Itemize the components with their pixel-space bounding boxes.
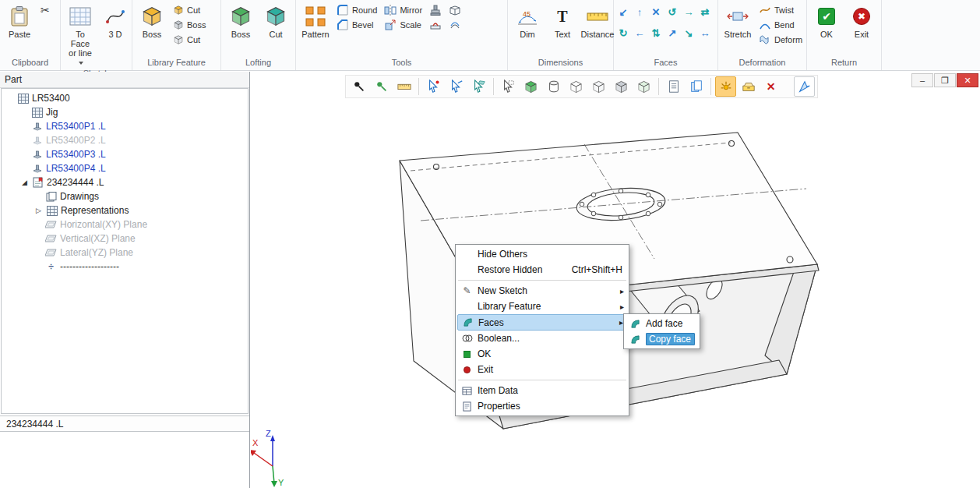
select-edge-icon[interactable]	[446, 76, 467, 97]
cube-green-icon[interactable]	[520, 76, 541, 97]
library-boss-button[interactable]: Boss	[136, 2, 168, 41]
imprint-button[interactable]	[427, 18, 444, 32]
menu-item-hide-others[interactable]: Hide Others	[457, 246, 627, 262]
close-button[interactable]: ✕	[957, 73, 978, 87]
library-cut-small-button[interactable]: Cut	[171, 33, 208, 47]
submenu-item-copy-face[interactable]: Copy face	[626, 331, 698, 347]
text-button[interactable]: T Text	[546, 2, 579, 41]
menu-item-item-data[interactable]: Item Data	[457, 383, 627, 398]
delete-red-icon[interactable]: ✕	[760, 76, 781, 97]
rotate-ccw-icon[interactable]: ↺	[664, 2, 680, 22]
exit-button[interactable]: ✖ Exit	[845, 2, 878, 41]
mirror-button[interactable]: Mirror	[382, 3, 425, 17]
sheet-icon[interactable]	[663, 76, 684, 97]
menu-item-faces[interactable]: Faces ▸	[457, 314, 627, 331]
maximize-button[interactable]: ❐	[934, 73, 956, 87]
tree-item-xy-plane[interactable]: Horizontal(XY) Plane	[2, 217, 248, 232]
box-green-edges-icon[interactable]	[633, 76, 654, 97]
ruler-icon[interactable]	[393, 76, 414, 97]
submenu-item-add-face[interactable]: Add face	[626, 316, 698, 331]
select-arrow-icon[interactable]	[423, 76, 444, 97]
bend-button[interactable]: Bend	[756, 18, 805, 32]
tree-item-root[interactable]: LR53400	[2, 91, 248, 105]
cut-button[interactable]: ✂	[38, 3, 52, 17]
tree-expanded-icon[interactable]: ◢	[20, 179, 29, 186]
round-button[interactable]: Round	[334, 3, 379, 17]
menu-item-properties[interactable]: Properties	[457, 398, 627, 414]
tree-item-part3[interactable]: LR53400P3 .L	[2, 147, 248, 161]
sketch-3d-button[interactable]: 3 D	[99, 2, 132, 41]
deform-button[interactable]: Deform	[756, 33, 805, 47]
plane-icon	[45, 247, 57, 258]
ok-button[interactable]: ✔ OK	[810, 2, 843, 41]
menu-item-ok[interactable]: OK	[457, 346, 627, 362]
shell-button[interactable]	[446, 3, 464, 17]
toolbar-separator	[710, 78, 711, 95]
stretch-button[interactable]: Stretch	[721, 2, 754, 41]
box-outline-2-icon[interactable]	[588, 76, 609, 97]
library-boss-small-button[interactable]: Boss	[171, 18, 208, 32]
arrow-both-icon[interactable]: ↔	[697, 23, 713, 43]
menu-item-boolean[interactable]: Boolean...	[457, 331, 627, 346]
loft-cut-button[interactable]: Cut	[259, 2, 292, 41]
arrow-right-icon[interactable]: →	[681, 2, 696, 22]
arrow-down-left-icon[interactable]: ↙	[615, 2, 631, 22]
plane-icon	[45, 233, 57, 244]
select-face-icon[interactable]	[468, 76, 489, 97]
menu-item-restore-hidden[interactable]: Restore Hidden Ctrl+Shift+H	[457, 262, 627, 278]
paste-button[interactable]: Paste	[3, 2, 36, 41]
tree-item-drawings[interactable]: Drawings	[2, 189, 248, 203]
menu-label: New Sketch	[478, 285, 612, 296]
pointer-blue-icon[interactable]	[794, 76, 815, 97]
glow-icon[interactable]	[715, 76, 736, 97]
boss-cube-gray-icon	[173, 19, 184, 30]
tree-item-part2[interactable]: LR53400P2 .L	[2, 133, 248, 147]
pencil-icon: ✎	[460, 285, 474, 296]
tree-item-xz-plane[interactable]: Vertical(XZ) Plane	[2, 232, 248, 246]
swap-horizontal-icon[interactable]: ⇄	[697, 2, 713, 22]
active-item-row[interactable]: 234234444 .L	[0, 416, 249, 432]
cross-icon[interactable]: ✕	[648, 2, 664, 22]
menu-item-exit[interactable]: Exit	[457, 362, 627, 377]
dim-button[interactable]: 45 Dim	[511, 2, 544, 41]
arrow-up-right-icon[interactable]: ↗	[664, 23, 680, 43]
minimize-button[interactable]: –	[911, 73, 933, 87]
scale-button[interactable]: Scale	[382, 18, 425, 32]
box-outline-icon[interactable]	[566, 76, 587, 97]
copy-sheets-icon[interactable]	[686, 76, 707, 97]
tree-collapsed-icon[interactable]: ▷	[34, 207, 43, 214]
loft-boss-button[interactable]: Boss	[224, 2, 257, 41]
tree-item-representations[interactable]: ▷ Representations	[2, 203, 248, 217]
pin-outline-icon[interactable]	[371, 76, 392, 97]
pattern-label: Pattern	[301, 30, 329, 39]
emboss-button[interactable]	[427, 3, 444, 17]
cylinder-icon[interactable]	[543, 76, 564, 97]
exit-icon	[464, 366, 471, 373]
tree-item-part1[interactable]: LR53400P1 .L	[2, 119, 248, 133]
menu-item-new-sketch[interactable]: ✎ New Sketch ▸	[457, 283, 627, 299]
drawer-icon[interactable]	[738, 76, 759, 97]
thicken-button[interactable]	[446, 18, 464, 32]
library-cut-button[interactable]: Cut	[171, 3, 208, 17]
tree-item-insert-marker[interactable]: ÷ -------------------	[2, 260, 248, 274]
tree-item-part4[interactable]: LR53400P4 .L	[2, 161, 248, 175]
arrow-down-right-icon[interactable]: ↘	[681, 23, 696, 43]
pattern-button[interactable]: Pattern	[299, 2, 332, 41]
tree-item-yz-plane[interactable]: Lateral(YZ) Plane	[2, 246, 248, 260]
swap-vertical-icon[interactable]: ⇅	[648, 23, 664, 43]
menu-label: Restore Hidden	[478, 264, 568, 275]
menu-item-library-feature[interactable]: Library Feature ▸	[457, 299, 627, 314]
bevel-button[interactable]: Bevel	[334, 18, 379, 32]
twist-button[interactable]: Twist	[756, 3, 805, 17]
distance-button[interactable]: Distance	[581, 2, 614, 41]
select-box-icon[interactable]	[498, 76, 519, 97]
rotate-cw-icon[interactable]: ↻	[615, 23, 631, 43]
pin-icon[interactable]	[348, 76, 369, 97]
tree-item-active-part[interactable]: ◢ 234234444 .L	[2, 175, 248, 189]
arrow-up-icon[interactable]: ↑	[632, 2, 647, 22]
sketch-to-face-button[interactable]: To Face or line	[64, 2, 97, 69]
ribbon-group-sketch: To Face or line 3 D Sketch	[61, 0, 132, 70]
tree-item-jig[interactable]: Jig	[2, 105, 248, 119]
box-shaded-icon[interactable]	[611, 76, 632, 97]
arrow-left-icon[interactable]: ←	[632, 23, 647, 43]
